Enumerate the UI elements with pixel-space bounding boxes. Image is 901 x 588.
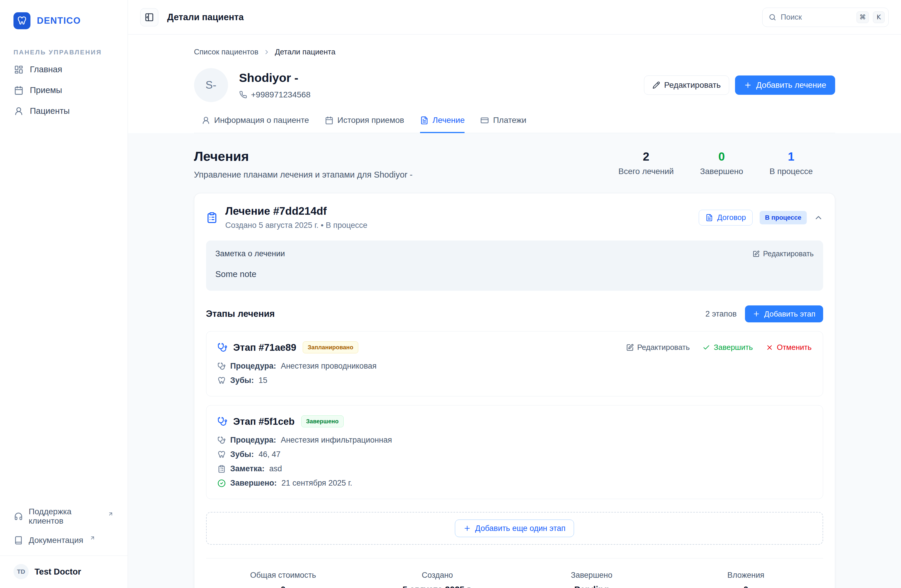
square-pen-icon <box>626 344 634 352</box>
breadcrumb-current: Детали пациента <box>275 47 335 56</box>
add-another-stage-label: Добавить еще один этап <box>475 524 566 533</box>
patient-phone-number: +998971234568 <box>251 90 310 100</box>
kbd-k: K <box>873 11 885 23</box>
tab-label: История приемов <box>338 115 404 125</box>
stage-status-badge: Запланировано <box>303 341 358 353</box>
edit-patient-button[interactable]: Редактировать <box>644 75 729 95</box>
row-value: asd <box>269 464 282 473</box>
sidebar-user[interactable]: TD Test Doctor <box>0 555 128 579</box>
contract-button[interactable]: Договор <box>699 210 753 226</box>
patient-avatar: S- <box>194 68 228 102</box>
add-stage-label: Добавить этап <box>764 310 815 319</box>
patient-name: Shodiyor - <box>239 71 310 85</box>
search-input[interactable] <box>781 12 853 22</box>
tab-appointment-history[interactable]: История приемов <box>325 115 404 133</box>
complete-stage-button[interactable]: Завершить <box>703 343 753 352</box>
edit-note-label: Редактировать <box>763 249 814 258</box>
page-title: Детали пациента <box>167 12 244 23</box>
clipboard-icon <box>218 465 226 473</box>
summary-value: 5 августа 2025 г. <box>360 585 514 588</box>
sidebar-link-label: Поддержка клиентов <box>29 507 101 526</box>
sidebar-item-label: Приемы <box>30 86 62 95</box>
stages-count: 2 этапов <box>705 310 737 319</box>
chevron-up-icon <box>814 213 823 222</box>
chevron-right-icon <box>263 48 270 56</box>
sidebar-item-patients[interactable]: Пациенты <box>7 102 121 120</box>
row-label: Зубы: <box>231 450 254 459</box>
file-text-icon <box>420 116 429 124</box>
tab-patient-info[interactable]: Информация о пациенте <box>202 115 309 133</box>
calendar-icon <box>325 116 334 124</box>
tab-label: Лечение <box>433 115 465 125</box>
sidebar-section-label: ПАНЕЛЬ УПРАВЛЕНИЯ <box>14 48 114 56</box>
add-treatment-button[interactable]: Добавить лечение <box>735 75 835 95</box>
plus-icon <box>463 524 471 532</box>
stages-header-right: 2 этапов Добавить этап <box>705 305 823 322</box>
collapse-treatment-button[interactable] <box>814 213 823 222</box>
cancel-stage-button[interactable]: Отменить <box>766 343 812 352</box>
sidebar-link-support[interactable]: Поддержка клиентов <box>7 504 121 529</box>
stat-in-progress: 1 В процессе <box>770 150 813 176</box>
stage-header: Этап #5f1ceb Завершено <box>218 415 812 428</box>
tab-payments[interactable]: Платежи <box>480 115 526 133</box>
edit-note-button[interactable]: Редактировать <box>753 249 814 258</box>
breadcrumb-patients-list[interactable]: Список пациентов <box>194 47 259 56</box>
row-label: Процедура: <box>231 436 276 445</box>
patient-header: Список пациентов Детали пациента S- Shod… <box>128 34 901 133</box>
external-link-icon <box>90 535 95 541</box>
add-treatment-label: Добавить лечение <box>756 81 826 90</box>
summary-label: Вложения <box>669 571 823 580</box>
content-area: Лечения Управление планами лечения и эта… <box>128 133 901 588</box>
cancel-stage-label: Отменить <box>777 343 812 352</box>
note-label: Заметка о лечении <box>215 249 285 258</box>
user-icon <box>14 106 23 116</box>
stages-header: Этапы лечения 2 этапов Добавить этап <box>206 305 823 322</box>
row-label: Заметка: <box>231 464 265 473</box>
stat-completed-value: 0 <box>700 150 743 163</box>
sidebar-link-docs[interactable]: Документация <box>7 532 121 549</box>
treatments-heading-block: Лечения Управление планами лечения и эта… <box>194 149 413 180</box>
stethoscope-icon <box>218 417 228 426</box>
sidebar-item-appointments[interactable]: Приемы <box>7 81 121 100</box>
stage-teeth-row: Зубы: 15 <box>218 376 812 385</box>
edit-patient-label: Редактировать <box>664 81 721 90</box>
dashboard-icon <box>14 65 23 74</box>
add-stage-button[interactable]: Добавить этап <box>745 305 823 322</box>
sidebar-item-home[interactable]: Главная <box>7 60 121 79</box>
summary-total-cost: Общая стоимость 0 <box>206 571 360 588</box>
complete-stage-label: Завершить <box>714 343 753 352</box>
plus-icon <box>753 310 760 318</box>
sidebar-toggle-button[interactable] <box>140 8 158 26</box>
row-label: Процедура: <box>231 362 276 371</box>
stage-procedure-row: Процедура: Анестезия проводниковая <box>218 362 812 371</box>
user-avatar: TD <box>14 564 29 579</box>
tab-label: Платежи <box>493 115 526 125</box>
stage-note-row: Заметка: asd <box>218 464 812 473</box>
calendar-icon <box>14 86 23 95</box>
summary-completed: Завершено Pending <box>514 571 669 588</box>
brand: DENTICO <box>0 12 128 29</box>
panel-left-icon <box>145 12 154 22</box>
kbd-command: ⌘ <box>856 11 869 23</box>
patient-actions: Редактировать Добавить лечение <box>644 75 835 95</box>
stage-procedure-row: Процедура: Анестезия инфильтрационная <box>218 436 812 445</box>
row-value: Анестезия инфильтрационная <box>281 436 392 445</box>
brand-logo[interactable] <box>14 12 30 29</box>
treatment-note-box: Заметка о лечении Редактировать Some not… <box>206 241 823 291</box>
sidebar-footer-links: Поддержка клиентов Документация <box>0 504 128 549</box>
stage-details: Процедура: Анестезия проводниковая Зубы:… <box>218 362 812 385</box>
row-label: Завершено: <box>231 479 277 488</box>
treatment-status-badge: В процессе <box>760 211 806 224</box>
treatment-subtitle: Создано 5 августа 2025 г. • В процессе <box>225 221 368 230</box>
external-link-icon <box>108 511 114 517</box>
patient-phone: +998971234568 <box>239 90 310 100</box>
add-another-stage-button[interactable]: Добавить еще один этап <box>455 520 574 537</box>
summary-created: Создано 5 августа 2025 г. <box>360 571 514 588</box>
stage-completed-row: Завершено: 21 сентября 2025 г. <box>218 479 812 488</box>
tab-treatment[interactable]: Лечение <box>420 115 465 133</box>
edit-stage-button[interactable]: Редактировать <box>626 343 690 352</box>
stat-in-progress-value: 1 <box>770 150 813 163</box>
user-icon <box>202 116 210 124</box>
treatment-card-header: Лечение #7dd214df Создано 5 августа 2025… <box>194 193 835 239</box>
credit-card-icon <box>480 116 489 124</box>
